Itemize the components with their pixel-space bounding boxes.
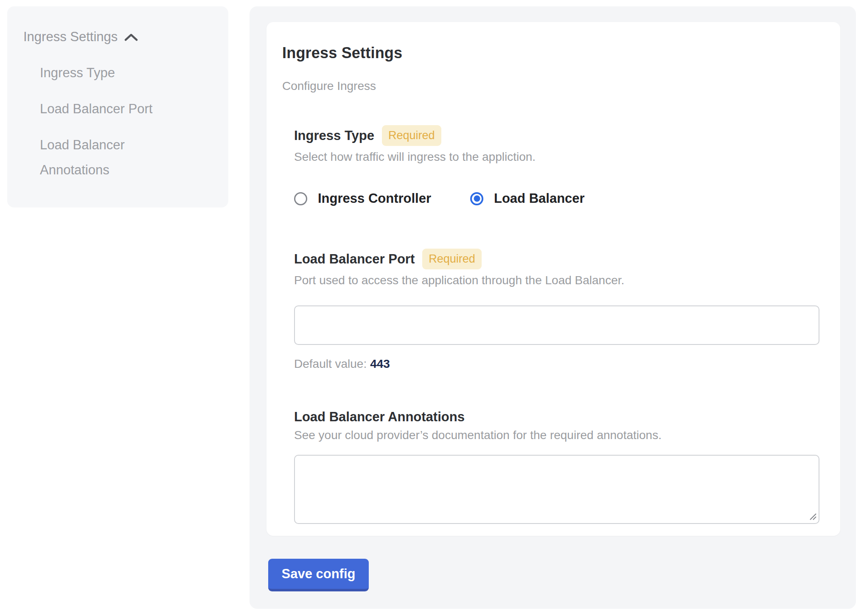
settings-panel: Ingress Settings Configure Ingress Ingre… [250, 6, 856, 609]
ingress-settings-card: Ingress Settings Configure Ingress Ingre… [266, 22, 840, 536]
radio-option-load-balancer[interactable]: Load Balancer [470, 191, 585, 206]
load-balancer-port-label: Load Balancer Port [294, 252, 415, 266]
radio-selected-icon [470, 192, 483, 205]
required-badge: Required [422, 249, 482, 269]
card-title: Ingress Settings [282, 45, 815, 61]
load-balancer-annotations-description: See your cloud provider’s documentation … [294, 428, 815, 442]
sidebar-items: Ingress Type Load Balancer Port Load Bal… [40, 60, 171, 182]
ingress-type-label: Ingress Type [294, 129, 374, 143]
save-config-button[interactable]: Save config [268, 559, 369, 591]
load-balancer-annotations-textarea[interactable] [294, 455, 819, 524]
ingress-type-field: Ingress Type Required Select how traffic… [294, 125, 815, 206]
radio-option-label: Load Balancer [494, 191, 585, 206]
card-fields: Ingress Type Required Select how traffic… [294, 125, 815, 524]
sidebar-section-header[interactable]: Ingress Settings [23, 30, 138, 44]
load-balancer-port-input[interactable] [294, 305, 819, 345]
load-balancer-port-field: Load Balancer Port Required Port used to… [294, 249, 815, 370]
card-subtitle: Configure Ingress [282, 80, 815, 92]
load-balancer-annotations-field: Load Balancer Annotations See your cloud… [294, 410, 815, 524]
sidebar-item-load-balancer-annotations[interactable]: Load Balancer Annotations [40, 132, 171, 182]
sidebar-item-ingress-type[interactable]: Ingress Type [40, 60, 171, 85]
sidebar-section-label: Ingress Settings [23, 30, 118, 44]
sidebar-item-load-balancer-port[interactable]: Load Balancer Port [40, 96, 171, 121]
default-value: 443 [370, 357, 390, 370]
load-balancer-port-description: Port used to access the application thro… [294, 274, 815, 287]
radio-option-label: Ingress Controller [318, 191, 431, 206]
default-value-label: Default value: [294, 357, 367, 370]
radio-unselected-icon [294, 192, 307, 205]
default-value-line: Default value:443 [294, 358, 815, 370]
ingress-type-description: Select how traffic will ingress to the a… [294, 150, 815, 164]
load-balancer-annotations-label: Load Balancer Annotations [294, 410, 465, 424]
ingress-type-radio-group: Ingress Controller Load Balancer [294, 191, 815, 206]
radio-option-ingress-controller[interactable]: Ingress Controller [294, 191, 431, 206]
required-badge: Required [382, 125, 441, 146]
chevron-up-icon [124, 33, 138, 42]
annotations-textarea-wrap [294, 455, 819, 524]
settings-nav-sidebar: Ingress Settings Ingress Type Load Balan… [7, 6, 228, 207]
